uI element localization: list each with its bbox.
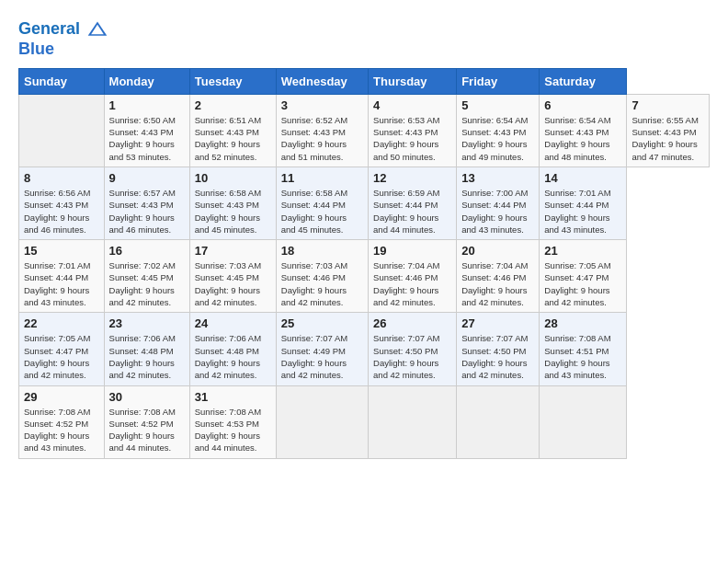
calendar-cell: 12 Sunrise: 6:59 AM Sunset: 4:44 PM Dayl…: [369, 167, 457, 239]
calendar-cell: 31 Sunrise: 7:08 AM Sunset: 4:53 PM Dayl…: [189, 385, 276, 458]
calendar-cell: 10 Sunrise: 6:58 AM Sunset: 4:43 PM Dayl…: [189, 167, 276, 239]
calendar-cell: 5 Sunrise: 6:54 AM Sunset: 4:43 PM Dayli…: [457, 94, 540, 167]
day-number: 5: [461, 98, 534, 112]
day-info: Sunrise: 7:05 AM Sunset: 4:47 PM Dayligh…: [544, 259, 621, 308]
calendar-cell: 30 Sunrise: 7:08 AM Sunset: 4:52 PM Dayl…: [104, 385, 189, 458]
calendar-cell: 3 Sunrise: 6:52 AM Sunset: 4:43 PM Dayli…: [276, 94, 368, 167]
day-info: Sunrise: 7:02 AM Sunset: 4:45 PM Dayligh…: [109, 259, 185, 308]
day-number: 2: [195, 98, 271, 112]
day-info: Sunrise: 7:07 AM Sunset: 4:49 PM Dayligh…: [281, 332, 363, 381]
header-row: SundayMondayTuesdayWednesdayThursdayFrid…: [19, 68, 710, 94]
day-number: 6: [544, 98, 621, 112]
day-number: 22: [24, 316, 99, 330]
day-number: 1: [109, 98, 185, 112]
calendar-cell: 26 Sunrise: 7:07 AM Sunset: 4:50 PM Dayl…: [369, 313, 457, 385]
day-info: Sunrise: 7:03 AM Sunset: 4:46 PM Dayligh…: [281, 259, 363, 308]
day-info: Sunrise: 7:07 AM Sunset: 4:50 PM Dayligh…: [461, 332, 534, 381]
empty-cell: [19, 94, 105, 167]
day-info: Sunrise: 6:58 AM Sunset: 4:44 PM Dayligh…: [281, 187, 363, 236]
calendar-cell: 7 Sunrise: 6:55 AM Sunset: 4:43 PM Dayli…: [627, 94, 710, 167]
day-number: 15: [24, 244, 99, 258]
day-header-monday: Monday: [104, 68, 189, 94]
calendar-cell: 1 Sunrise: 6:50 AM Sunset: 4:43 PM Dayli…: [104, 94, 189, 167]
day-info: Sunrise: 7:08 AM Sunset: 4:52 PM Dayligh…: [109, 406, 185, 454]
day-info: Sunrise: 7:08 AM Sunset: 4:53 PM Dayligh…: [195, 406, 271, 454]
day-info: Sunrise: 6:59 AM Sunset: 4:44 PM Dayligh…: [373, 187, 451, 236]
day-number: 4: [373, 98, 451, 112]
day-number: 14: [544, 171, 621, 185]
day-info: Sunrise: 6:54 AM Sunset: 4:43 PM Dayligh…: [544, 114, 621, 163]
calendar-cell: 6 Sunrise: 6:54 AM Sunset: 4:43 PM Dayli…: [540, 94, 627, 167]
day-info: Sunrise: 6:53 AM Sunset: 4:43 PM Dayligh…: [373, 114, 451, 163]
day-number: 10: [195, 171, 271, 185]
day-info: Sunrise: 6:58 AM Sunset: 4:43 PM Dayligh…: [195, 187, 271, 236]
week-row-4: 22 Sunrise: 7:05 AM Sunset: 4:47 PM Dayl…: [19, 313, 710, 385]
calendar-cell: 13 Sunrise: 7:00 AM Sunset: 4:44 PM Dayl…: [457, 167, 540, 239]
day-info: Sunrise: 6:55 AM Sunset: 4:43 PM Dayligh…: [631, 114, 704, 163]
calendar-cell: 21 Sunrise: 7:05 AM Sunset: 4:47 PM Dayl…: [540, 240, 627, 313]
day-info: Sunrise: 6:52 AM Sunset: 4:43 PM Dayligh…: [281, 114, 363, 163]
calendar-cell: 8 Sunrise: 6:56 AM Sunset: 4:43 PM Dayli…: [19, 167, 105, 239]
day-info: Sunrise: 7:01 AM Sunset: 4:44 PM Dayligh…: [544, 187, 621, 236]
day-info: Sunrise: 7:04 AM Sunset: 4:46 PM Dayligh…: [373, 259, 451, 308]
calendar-cell: [457, 385, 540, 458]
day-number: 28: [544, 316, 621, 330]
day-number: 12: [373, 171, 451, 185]
day-header-saturday: Saturday: [540, 68, 627, 94]
day-number: 19: [373, 244, 451, 258]
day-number: 9: [109, 171, 185, 185]
day-number: 16: [109, 244, 185, 258]
calendar-cell: 22 Sunrise: 7:05 AM Sunset: 4:47 PM Dayl…: [19, 313, 105, 385]
day-info: Sunrise: 6:56 AM Sunset: 4:43 PM Dayligh…: [24, 187, 99, 236]
calendar-cell: 11 Sunrise: 6:58 AM Sunset: 4:44 PM Dayl…: [276, 167, 368, 239]
day-number: 11: [281, 171, 363, 185]
page-header: General Blue: [18, 18, 710, 59]
day-header-friday: Friday: [457, 68, 540, 94]
calendar-table: SundayMondayTuesdayWednesdayThursdayFrid…: [18, 68, 710, 459]
week-row-1: 1 Sunrise: 6:50 AM Sunset: 4:43 PM Dayli…: [19, 94, 710, 167]
calendar-cell: 19 Sunrise: 7:04 AM Sunset: 4:46 PM Dayl…: [369, 240, 457, 313]
calendar-cell: 24 Sunrise: 7:06 AM Sunset: 4:48 PM Dayl…: [189, 313, 276, 385]
calendar-cell: 25 Sunrise: 7:07 AM Sunset: 4:49 PM Dayl…: [276, 313, 368, 385]
day-header-wednesday: Wednesday: [276, 68, 368, 94]
calendar-cell: [276, 385, 368, 458]
day-info: Sunrise: 7:08 AM Sunset: 4:52 PM Dayligh…: [24, 406, 99, 454]
day-number: 20: [461, 244, 534, 258]
day-number: 7: [631, 98, 704, 112]
day-info: Sunrise: 7:06 AM Sunset: 4:48 PM Dayligh…: [195, 332, 271, 381]
day-header-thursday: Thursday: [369, 68, 457, 94]
day-info: Sunrise: 7:06 AM Sunset: 4:48 PM Dayligh…: [109, 332, 185, 381]
calendar-cell: 15 Sunrise: 7:01 AM Sunset: 4:44 PM Dayl…: [19, 240, 105, 313]
day-number: 21: [544, 244, 621, 258]
day-info: Sunrise: 7:03 AM Sunset: 4:45 PM Dayligh…: [195, 259, 271, 308]
day-number: 23: [109, 316, 185, 330]
calendar-cell: 9 Sunrise: 6:57 AM Sunset: 4:43 PM Dayli…: [104, 167, 189, 239]
day-number: 18: [281, 244, 363, 258]
week-row-3: 15 Sunrise: 7:01 AM Sunset: 4:44 PM Dayl…: [19, 240, 710, 313]
calendar-cell: 14 Sunrise: 7:01 AM Sunset: 4:44 PM Dayl…: [540, 167, 627, 239]
calendar-cell: 29 Sunrise: 7:08 AM Sunset: 4:52 PM Dayl…: [19, 385, 105, 458]
day-info: Sunrise: 7:08 AM Sunset: 4:51 PM Dayligh…: [544, 332, 621, 381]
logo-text: General Blue: [18, 18, 108, 59]
day-info: Sunrise: 6:51 AM Sunset: 4:43 PM Dayligh…: [195, 114, 271, 163]
day-number: 25: [281, 316, 363, 330]
calendar-cell: 20 Sunrise: 7:04 AM Sunset: 4:46 PM Dayl…: [457, 240, 540, 313]
day-number: 31: [195, 390, 271, 404]
calendar-cell: 27 Sunrise: 7:07 AM Sunset: 4:50 PM Dayl…: [457, 313, 540, 385]
calendar-cell: 18 Sunrise: 7:03 AM Sunset: 4:46 PM Dayl…: [276, 240, 368, 313]
calendar-cell: 2 Sunrise: 6:51 AM Sunset: 4:43 PM Dayli…: [189, 94, 276, 167]
logo: General Blue: [18, 18, 108, 59]
day-info: Sunrise: 7:07 AM Sunset: 4:50 PM Dayligh…: [373, 332, 451, 381]
day-info: Sunrise: 6:50 AM Sunset: 4:43 PM Dayligh…: [109, 114, 185, 163]
calendar-cell: 17 Sunrise: 7:03 AM Sunset: 4:45 PM Dayl…: [189, 240, 276, 313]
day-header-sunday: Sunday: [19, 68, 105, 94]
day-number: 29: [24, 390, 99, 404]
day-number: 30: [109, 390, 185, 404]
calendar-cell: [369, 385, 457, 458]
day-info: Sunrise: 6:54 AM Sunset: 4:43 PM Dayligh…: [461, 114, 534, 163]
day-number: 8: [24, 171, 99, 185]
calendar-cell: [540, 385, 627, 458]
calendar-cell: 4 Sunrise: 6:53 AM Sunset: 4:43 PM Dayli…: [369, 94, 457, 167]
day-number: 27: [461, 316, 534, 330]
week-row-2: 8 Sunrise: 6:56 AM Sunset: 4:43 PM Dayli…: [19, 167, 710, 239]
